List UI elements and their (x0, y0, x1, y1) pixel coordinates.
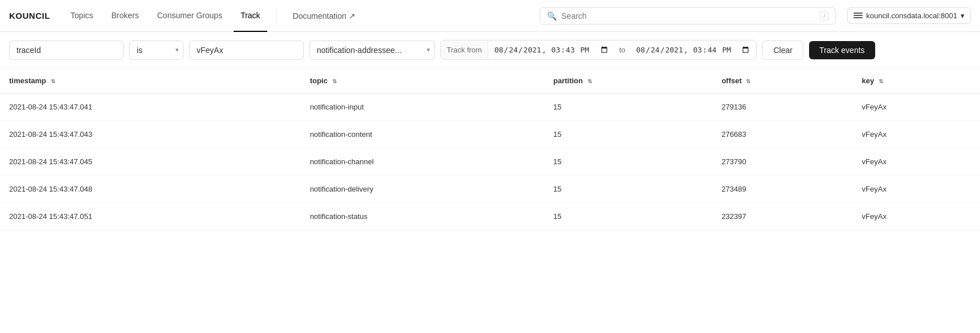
cell-topic: notification-content (301, 121, 544, 148)
col-header-partition[interactable]: partition ⇅ (544, 68, 712, 94)
events-table-wrapper: timestamp ⇅ topic ⇅ partition ⇅ offset ⇅… (0, 68, 980, 230)
cell-key: vFeyAx (853, 94, 980, 121)
cell-topic: notification-delivery (301, 176, 544, 203)
cluster-selector[interactable]: kouncil.consdata.local:8001 ▾ (847, 7, 971, 24)
cluster-name: kouncil.consdata.local:8001 (866, 11, 957, 20)
filter-bar: is is not contains ▾ notification-addres… (0, 32, 980, 68)
sort-icon-offset: ⇅ (746, 78, 750, 84)
sort-icon-partition: ⇅ (587, 78, 592, 84)
cell-topic: notification-channel (301, 148, 544, 176)
events-table: timestamp ⇅ topic ⇅ partition ⇅ offset ⇅… (0, 68, 980, 230)
table-row[interactable]: 2021-08-24 15:43:47.045notification-chan… (0, 148, 980, 176)
cell-key: vFeyAx (853, 121, 980, 148)
cell-partition: 15 (544, 203, 712, 230)
search-bar[interactable]: 🔍 / (540, 7, 836, 25)
col-header-timestamp[interactable]: timestamp ⇅ (0, 68, 301, 94)
cell-partition: 15 (544, 176, 712, 203)
search-icon: 🔍 (547, 11, 557, 21)
external-link-icon: ↗ (349, 11, 356, 21)
track-events-button[interactable]: Track events (809, 41, 875, 59)
cell-timestamp: 2021-08-24 15:43:47.041 (0, 94, 301, 121)
cell-partition: 15 (544, 148, 712, 176)
cell-offset: 276683 (712, 121, 852, 148)
cell-partition: 15 (544, 121, 712, 148)
table-row[interactable]: 2021-08-24 15:43:47.041notification-inpu… (0, 94, 980, 121)
operator-select[interactable]: is is not contains (129, 40, 183, 60)
nav-topics[interactable]: Topics (64, 0, 100, 32)
sort-icon-topic: ⇅ (332, 78, 337, 84)
cluster-chevron-icon: ▾ (961, 11, 965, 20)
filter-key-input[interactable] (189, 40, 304, 60)
table-row[interactable]: 2021-08-24 15:43:47.051notification-stat… (0, 203, 980, 230)
date-to-input[interactable] (630, 40, 756, 59)
col-header-topic[interactable]: topic ⇅ (301, 68, 544, 94)
cell-topic: notification-status (301, 203, 544, 230)
nav-track[interactable]: Track (234, 0, 267, 32)
cell-offset: 232397 (712, 203, 852, 230)
cluster-icon (854, 13, 863, 19)
cell-offset: 273790 (712, 148, 852, 176)
table-row[interactable]: 2021-08-24 15:43:47.043notification-cont… (0, 121, 980, 148)
nav-brokers[interactable]: Brokers (105, 0, 146, 32)
nav-consumer-groups[interactable]: Consumer Groups (150, 0, 229, 32)
sort-icon-timestamp: ⇅ (51, 78, 55, 84)
table-row[interactable]: 2021-08-24 15:43:47.048notification-deli… (0, 176, 980, 203)
date-range: Track from to (440, 40, 757, 60)
sort-icon-key: ⇅ (879, 78, 883, 84)
cell-offset: 279136 (712, 94, 852, 121)
date-range-to-label: to (615, 46, 630, 54)
cell-key: vFeyAx (853, 148, 980, 176)
cell-key: vFeyAx (853, 176, 980, 203)
cell-timestamp: 2021-08-24 15:43:47.048 (0, 176, 301, 203)
col-header-offset[interactable]: offset ⇅ (712, 68, 852, 94)
cell-topic: notification-input (301, 94, 544, 121)
cell-timestamp: 2021-08-24 15:43:47.045 (0, 148, 301, 176)
col-header-key[interactable]: key ⇅ (853, 68, 980, 94)
operator-select-wrap: is is not contains ▾ (129, 40, 183, 60)
cell-partition: 15 (544, 94, 712, 121)
app-logo: KOUNCIL (9, 11, 50, 21)
date-from-input[interactable] (488, 40, 615, 59)
track-from-label: Track from (441, 41, 488, 59)
cell-timestamp: 2021-08-24 15:43:47.051 (0, 203, 301, 230)
cell-offset: 273489 (712, 176, 852, 203)
topic-select-wrap: notification-addressee... ▾ (309, 40, 435, 60)
documentation-link[interactable]: Documentation ↗ (286, 8, 362, 24)
nav-separator (276, 9, 277, 23)
cell-key: vFeyAx (853, 203, 980, 230)
table-header: timestamp ⇅ topic ⇅ partition ⇅ offset ⇅… (0, 68, 980, 94)
top-navigation: KOUNCIL Topics Brokers Consumer Groups T… (0, 0, 980, 32)
search-slash: / (820, 11, 828, 21)
table-body: 2021-08-24 15:43:47.041notification-inpu… (0, 94, 980, 230)
filter-field-input[interactable] (9, 40, 124, 60)
topic-select[interactable]: notification-addressee... (309, 40, 435, 60)
search-input[interactable] (561, 11, 815, 21)
clear-button[interactable]: Clear (762, 40, 803, 60)
cell-timestamp: 2021-08-24 15:43:47.043 (0, 121, 301, 148)
